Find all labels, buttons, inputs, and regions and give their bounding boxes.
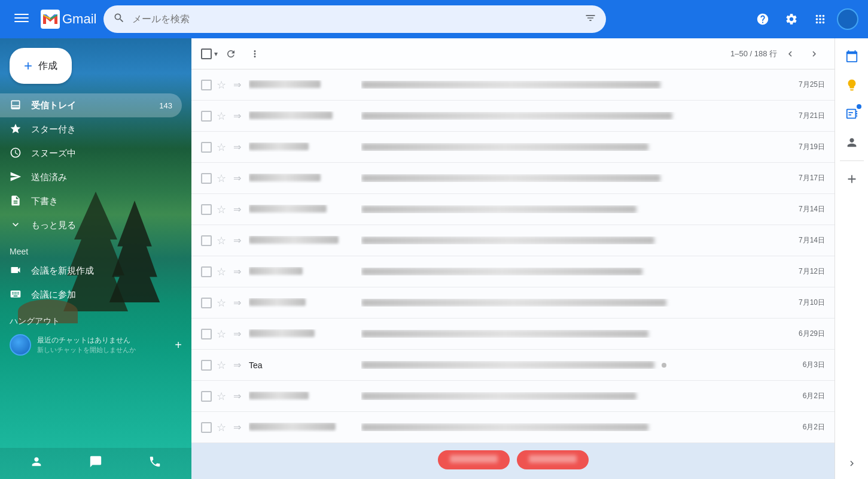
star-button[interactable]: ☆ — [217, 265, 229, 278]
snooze-button[interactable]: ⇒ — [233, 204, 244, 215]
search-filter-icon[interactable] — [584, 12, 596, 27]
snooze-button[interactable]: ⇒ — [233, 110, 244, 122]
page-info: 1–50 / 188 行 — [730, 48, 777, 59]
snooze-button[interactable]: ⇒ — [233, 359, 244, 371]
email-row[interactable]: ☆ ⇒ 6月2日 — [191, 412, 835, 443]
row-checkbox[interactable] — [201, 391, 212, 402]
row-checkbox[interactable] — [201, 173, 212, 184]
row-checkbox[interactable] — [201, 235, 212, 246]
snooze-button[interactable]: ⇒ — [233, 235, 244, 246]
contacts-button[interactable] — [839, 129, 865, 156]
email-row[interactable]: ☆ ⇒ 7月14日 — [191, 194, 835, 225]
row-checkbox[interactable] — [201, 142, 212, 153]
hangout-user-area: 最近のチャットはありません 新しいチャットを開始しませんか + — [0, 329, 191, 360]
star-button[interactable]: ☆ — [217, 203, 229, 216]
row-checkbox[interactable] — [201, 298, 212, 308]
email-row[interactable]: ☆ ⇒ 7月17日 — [191, 163, 835, 194]
right-panel-expand[interactable] — [846, 458, 857, 479]
snooze-button[interactable]: ⇒ — [233, 328, 244, 339]
keep-button[interactable] — [839, 72, 865, 98]
star-button[interactable]: ☆ — [217, 78, 229, 92]
hangout-avatar — [10, 334, 31, 356]
next-page-button[interactable] — [803, 43, 825, 65]
email-row[interactable]: ☆ ⇒ 7月10日 — [191, 287, 835, 319]
star-icon — [10, 123, 22, 137]
search-bar[interactable] — [103, 5, 606, 33]
row-checkbox[interactable] — [201, 266, 212, 277]
sender-name — [249, 205, 357, 214]
more-options-button[interactable] — [244, 43, 266, 65]
email-row[interactable]: ☆ ⇒ 7月14日 — [191, 225, 835, 256]
nav-item-join-meeting[interactable]: 会議に参加 — [0, 283, 182, 307]
help-button[interactable] — [751, 7, 775, 31]
email-toolbar: ▾ 1–50 / 188 行 — [191, 38, 835, 69]
new-meeting-label: 会議を新規作成 — [31, 265, 94, 277]
nav-more-label: もっと見る — [31, 220, 76, 231]
snooze-button[interactable]: ⇒ — [233, 266, 244, 277]
email-date: 7月12日 — [795, 266, 825, 277]
nav-item-snoozed[interactable]: スヌーズ中 — [0, 141, 182, 165]
star-button[interactable]: ☆ — [217, 390, 229, 403]
star-button[interactable]: ☆ — [217, 234, 229, 247]
email-row[interactable]: ☆ ⇒ 6月2日 — [191, 381, 835, 412]
snooze-button[interactable]: ⇒ — [233, 390, 244, 402]
menu-icon[interactable] — [10, 6, 33, 33]
star-button[interactable]: ☆ — [217, 359, 229, 372]
star-button[interactable]: ☆ — [217, 296, 229, 310]
email-date: 6月2日 — [795, 391, 825, 401]
star-button[interactable]: ☆ — [217, 110, 229, 123]
email-row[interactable]: ☆ ⇒ 7月12日 — [191, 256, 835, 287]
email-content — [361, 299, 790, 307]
nav-item-new-meeting[interactable]: 会議を新規作成 — [0, 259, 182, 283]
apps-button[interactable] — [808, 7, 832, 31]
email-row[interactable]: ☆ ⇒ 6月29日 — [191, 319, 835, 350]
row-checkbox[interactable] — [201, 204, 212, 215]
sender-name — [249, 143, 357, 152]
prev-page-button[interactable] — [779, 43, 801, 65]
add-addon-button[interactable] — [839, 166, 865, 192]
tasks-button[interactable] — [839, 101, 865, 127]
nav-item-starred[interactable]: スター付き — [0, 117, 182, 141]
email-row[interactable]: ☆ ⇒ Tea 6月3日 — [191, 350, 835, 381]
row-checkbox[interactable] — [201, 360, 212, 371]
svg-rect-1 — [14, 17, 29, 19]
nav-item-more[interactable]: もっと見る — [0, 213, 182, 237]
hangout-add-button[interactable]: + — [175, 338, 182, 352]
gmail-logo: Gmail — [41, 10, 96, 29]
row-checkbox[interactable] — [201, 111, 212, 122]
snooze-button[interactable]: ⇒ — [233, 79, 244, 90]
snooze-button[interactable]: ⇒ — [233, 297, 244, 308]
phone-icon[interactable] — [148, 455, 162, 472]
star-button[interactable]: ☆ — [217, 141, 229, 154]
email-row[interactable]: ☆ ⇒ 7月19日 — [191, 132, 835, 163]
nav-item-sent[interactable]: 送信済み — [0, 165, 182, 189]
snooze-button[interactable]: ⇒ — [233, 422, 244, 433]
email-content — [361, 330, 790, 338]
chat-pill-1[interactable] — [438, 450, 510, 469]
search-input[interactable] — [132, 14, 577, 25]
calendar-button[interactable] — [839, 43, 865, 69]
settings-button[interactable] — [779, 7, 803, 31]
snooze-icon — [10, 147, 22, 160]
chat-pill-2[interactable] — [517, 450, 589, 469]
select-dropdown[interactable]: ▾ — [214, 50, 218, 58]
star-button[interactable]: ☆ — [217, 172, 229, 185]
refresh-button[interactable] — [220, 43, 242, 65]
nav-item-inbox[interactable]: 受信トレイ 143 — [0, 93, 182, 117]
nav-item-drafts[interactable]: 下書き — [0, 189, 182, 213]
contacts-icon[interactable] — [30, 455, 43, 472]
email-content — [361, 361, 790, 369]
row-checkbox[interactable] — [201, 329, 212, 339]
snooze-button[interactable]: ⇒ — [233, 141, 244, 153]
select-all-checkbox[interactable] — [201, 48, 212, 59]
row-checkbox[interactable] — [201, 80, 212, 90]
star-button[interactable]: ☆ — [217, 328, 229, 341]
star-button[interactable]: ☆ — [217, 421, 229, 434]
snooze-button[interactable]: ⇒ — [233, 172, 244, 184]
row-checkbox[interactable] — [201, 422, 212, 433]
compose-button[interactable]: + 作成 — [10, 48, 72, 84]
user-avatar[interactable] — [837, 8, 858, 30]
email-row[interactable]: ☆ ⇒ 7月21日 — [191, 101, 835, 132]
chat-icon[interactable] — [89, 455, 102, 472]
email-row[interactable]: ☆ ⇒ 7月25日 — [191, 69, 835, 101]
